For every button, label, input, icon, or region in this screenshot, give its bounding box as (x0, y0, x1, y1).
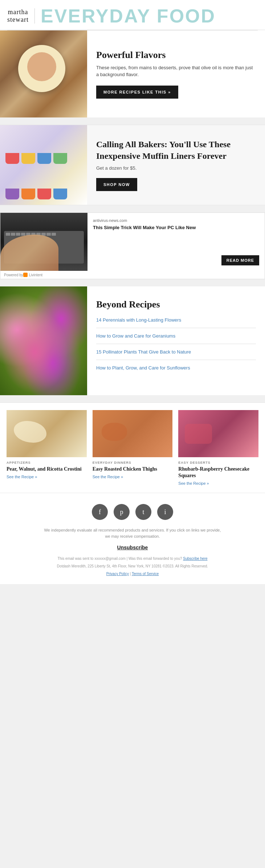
flavors-image (0, 30, 87, 117)
martha-logo: martha stewart (7, 8, 35, 24)
muffin-cups (0, 125, 87, 205)
muffin-cup-red (5, 153, 19, 164)
header: martha stewart EVERYDAY FOOD (0, 0, 265, 30)
header-title: EVERYDAY FOOD (41, 7, 216, 25)
pinterest-icon[interactable]: p (114, 504, 130, 520)
ad-headline: This Simple Trick Will Make Your PC Like… (93, 224, 259, 231)
unsubscribe-link[interactable]: Unsubscribe (7, 545, 258, 550)
facebook-icon[interactable]: f (92, 504, 108, 520)
card-category-3: EASY DESSERTS (178, 461, 258, 464)
key (11, 233, 15, 236)
read-more-button[interactable]: READ MORE (221, 255, 259, 265)
food-photo (0, 30, 87, 117)
ad-provider: Livintent (29, 273, 42, 277)
ad-footer: Powered by Livintent (0, 271, 265, 279)
card-title-3: Rhubarb-Raspberry Cheesecake Squares (178, 466, 258, 479)
section-flavors: Powerful Flavors These recipes, from mai… (0, 30, 265, 117)
powered-by-text: Powered by (4, 273, 23, 277)
disclaimer-text: We independently evaluate all recommende… (42, 527, 223, 539)
flavors-description: These recipes, from mains to desserts, p… (96, 64, 256, 78)
livintent-badge (23, 273, 28, 277)
card-link-3[interactable]: See the Recipe » (178, 481, 258, 485)
flavors-text-block: Powerful Flavors These recipes, from mai… (87, 30, 265, 117)
section-social: f p t i We independently evaluate all re… (0, 493, 265, 584)
muffin-cup-orange (21, 189, 35, 199)
footer-subscribe-link[interactable]: Subscribe here (183, 557, 207, 561)
beyond-heading: Beyond Recipes (96, 299, 256, 310)
privacy-policy-link[interactable]: Privacy Policy (106, 572, 129, 576)
social-icons-row: f p t i (7, 504, 258, 520)
beyond-link-3[interactable]: 15 Pollinator Plants That Give Back to N… (96, 349, 256, 360)
card-link-2[interactable]: See the Recipe » (93, 475, 173, 479)
card-img-appetizer (7, 410, 87, 457)
logo-line2: stewart (7, 16, 29, 24)
ad-inner: antivirus-news.com This Simple Trick Wil… (0, 213, 265, 271)
muffin-text-block: Calling All Bakers: You'll Use These Ine… (87, 125, 265, 205)
ad-text-block: antivirus-news.com This Simple Trick Wil… (87, 213, 265, 271)
muffin-cup-blue (37, 153, 51, 164)
beyond-text-block: Beyond Recipes 14 Perennials with Long-L… (87, 286, 265, 395)
ad-image (0, 213, 87, 271)
twitter-icon[interactable]: t (135, 504, 151, 520)
muffin-description: Get a dozen for $5. (96, 165, 256, 171)
muffin-cup-purple (5, 189, 19, 199)
ad-source: antivirus-news.com (93, 218, 259, 223)
food-img-content (0, 30, 87, 117)
card-title-1: Pear, Walnut, and Ricotta Crostini (7, 466, 87, 472)
key (46, 233, 51, 236)
card-category-2: EVERYDAY DINNERS (93, 461, 173, 464)
card-img-dinner (93, 410, 173, 457)
card-link-1[interactable]: See the Recipe » (7, 475, 87, 479)
ad-bg (0, 213, 87, 271)
recipe-card-2: EVERYDAY DINNERS Easy Roasted Chicken Th… (93, 410, 173, 485)
key (52, 233, 56, 236)
muffin-cup-red2 (37, 189, 51, 199)
gap4 (0, 395, 265, 402)
muffin-cup-green (53, 153, 67, 164)
beyond-link-2[interactable]: How to Grow and Care for Geraniums (96, 333, 256, 344)
section-beyond: Beyond Recipes 14 Perennials with Long-L… (0, 286, 265, 395)
key (16, 233, 20, 236)
card-img-dessert (178, 410, 258, 457)
gap3 (0, 279, 265, 286)
footer-email-prefix: This email was sent to xxxxxx@gmail.com … (57, 557, 182, 561)
beyond-link-1[interactable]: 14 Perennials with Long-Lasting Flowers (96, 317, 256, 328)
muffin-heading: Calling All Bakers: You'll Use These Ine… (96, 139, 256, 161)
card-title-2: Easy Roasted Chicken Thighs (93, 466, 173, 472)
section-muffin: Calling All Bakers: You'll Use These Ine… (0, 125, 265, 205)
beyond-link-4[interactable]: How to Plant, Grow, and Care for Sunflow… (96, 365, 256, 376)
shop-now-button[interactable]: SHOP NOW (96, 178, 137, 191)
gap1 (0, 117, 265, 125)
recipe-card-3: EASY DESSERTS Rhubarb-Raspberry Cheeseca… (178, 410, 258, 485)
muffin-image (0, 125, 87, 205)
flowers-bg (0, 286, 87, 395)
email-wrapper: martha stewart EVERYDAY FOOD Powerful Fl… (0, 0, 265, 584)
muffin-cup-yellow (21, 153, 35, 164)
flowers-image (0, 286, 87, 395)
flavors-heading: Powerful Flavors (96, 50, 256, 61)
card-category-1: APPETIZERS (7, 461, 87, 464)
footer-email-text: This email was sent to xxxxxx@gmail.com … (7, 556, 258, 562)
gap2 (0, 205, 265, 212)
footer-links: Privacy Policy | Terms of Service (7, 571, 258, 577)
key (6, 233, 10, 236)
recipe-card-1: APPETIZERS Pear, Walnut, and Ricotta Cro… (7, 410, 87, 485)
footer-company: Dotdash Meredith, 225 Liberty St, 4th Fl… (7, 563, 258, 569)
logo-line1: martha (8, 8, 28, 16)
section-cards: APPETIZERS Pear, Walnut, and Ricotta Cro… (0, 402, 265, 493)
muffin-cup-blue2 (53, 189, 67, 199)
more-recipes-button[interactable]: MORE RECIPES LIKE THIS » (96, 86, 178, 99)
section-ad: antivirus-news.com This Simple Trick Wil… (0, 212, 265, 279)
terms-link[interactable]: Terms of Service (132, 572, 159, 576)
instagram-icon[interactable]: i (157, 504, 173, 520)
